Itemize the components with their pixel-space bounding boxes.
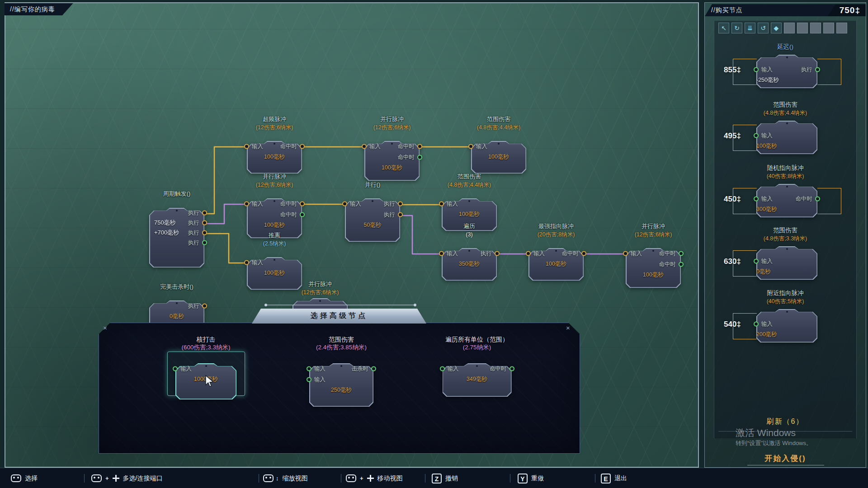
input-port[interactable] (754, 133, 759, 138)
shop-title: //购买节点 (711, 6, 743, 14)
wire-bracket (817, 59, 841, 85)
input-port[interactable] (244, 202, 249, 206)
modal-title: 选择高级节点 (252, 309, 426, 324)
dpad-move-icon (367, 475, 374, 482)
hotkey-zoom-view: ↕ 缩放视图 (263, 468, 308, 488)
filter-slot-icon[interactable] (823, 23, 834, 33)
input-port[interactable] (307, 377, 311, 382)
plus-icon: + (360, 475, 363, 482)
node-title: 周期触发() (147, 190, 206, 198)
advanced-card-iterate-all-units[interactable]: 遍历所有单位（范围） (2.75纳米) 输入命中时 349毫秒 (440, 335, 514, 397)
filter-refresh-icon[interactable]: ↻ (731, 23, 742, 33)
node-parallel-pulse-2[interactable]: 并行脉冲 (12伤害;6纳米) 输入命中时 命中时 100毫秒 (241, 173, 308, 238)
on-hit-port[interactable] (417, 144, 422, 149)
node-strongest-directed-pulse[interactable]: 最强指向脉冲 (20伤害;8纳米) 输入命中时 100毫秒 (522, 222, 590, 281)
input-port[interactable] (754, 259, 759, 264)
modal-deco-line (266, 305, 415, 305)
filter-slot-icon[interactable] (797, 23, 808, 33)
virus-editor-screen: 周期触发() 执行 750毫秒执行 +700毫秒执行 执行 超频脉冲 (12伤害… (0, 0, 868, 488)
on-hit-port-empty[interactable] (679, 251, 684, 256)
input-port[interactable] (526, 251, 531, 256)
input-port[interactable] (439, 251, 444, 256)
exec-port[interactable] (815, 67, 820, 72)
up-down-arrow-icon: ↕ (276, 475, 279, 482)
filter-slot-icon[interactable] (810, 23, 821, 33)
node-parallel-pulse-1[interactable]: 并行脉冲 (12伤害;6纳米) 输入命中时 命中时 100毫秒 (358, 115, 426, 181)
node-periodic-trigger[interactable]: 周期触发() 执行 750毫秒执行 +700毫秒执行 执行 (147, 190, 206, 267)
advanced-card-nuclear-strike[interactable]: 核打击 (600伤害;3.3纳米) 输入 1000毫秒 (171, 335, 241, 399)
filter-undo-icon[interactable]: ↺ (758, 23, 769, 33)
input-port[interactable] (307, 366, 311, 371)
shop-panel: //购买节点 750‡ ↖ ↻ ⇊ ↺ ◆ 延迟() 855‡ 输入执行 -25… (704, 2, 866, 468)
exec-port[interactable] (398, 212, 403, 217)
key-y: Y (518, 474, 528, 483)
shop-item-delay[interactable]: 延迟() 855‡ 输入执行 -250毫秒 (705, 43, 866, 106)
on-hit-port[interactable] (509, 366, 514, 371)
plus-icon: + (105, 475, 109, 482)
node-iterate[interactable]: 遍历 (3) 输入执行 350毫秒 (435, 222, 503, 281)
filter-pointer-icon[interactable]: ↖ (718, 23, 729, 33)
exec-port[interactable] (202, 221, 207, 225)
shop-item-area-damage-1[interactable]: 范围伤害(4.8伤害;4.4纳米) 495‡ 输入 100毫秒 (705, 101, 866, 164)
modal-corner-x-right: × (566, 324, 570, 331)
exec-port[interactable] (495, 251, 500, 256)
hotkey-select: 选择 (11, 468, 38, 488)
node-area-damage-1[interactable]: 范围伤害 (4.8伤害;4.4纳米) 输入 100毫秒 (464, 115, 533, 174)
gamepad-icon (263, 474, 274, 482)
input-port[interactable] (342, 202, 347, 206)
on-hit-port[interactable] (300, 144, 305, 149)
on-kill-port[interactable] (371, 366, 376, 371)
exec-port-empty[interactable] (202, 240, 207, 245)
shop-item-random-directed-pulse[interactable]: 随机指向脉冲(40伤害;8纳米) 450‡ 输入命中时 300毫秒 (705, 164, 866, 227)
filter-slot-icon[interactable] (836, 23, 847, 33)
on-hit-port[interactable] (581, 251, 586, 256)
key-z: Z (432, 474, 442, 483)
trigger-interval: 750毫秒 (154, 219, 176, 227)
key-e: E (601, 474, 611, 483)
input-port[interactable] (173, 366, 178, 371)
input-port[interactable] (754, 197, 759, 202)
filter-diamond-icon[interactable]: ◆ (771, 23, 782, 33)
node-parallel[interactable]: 并行() 输入执行 执行 50毫秒 (338, 181, 407, 242)
exec-port[interactable] (202, 304, 207, 309)
on-hit-port-empty[interactable] (300, 212, 305, 217)
currency-balance: 750‡ (828, 4, 866, 16)
exec-port[interactable] (398, 202, 403, 206)
shop-item-area-damage-2[interactable]: 范围伤害(4.8伤害;3.3纳米) 630‡ 输入 0毫秒 (705, 226, 866, 290)
input-port[interactable] (623, 251, 628, 256)
on-hit-port[interactable] (815, 197, 820, 202)
input-port[interactable] (244, 260, 249, 265)
divider (510, 474, 510, 483)
divider (341, 474, 341, 483)
shop-filter-bar: ↖ ↻ ⇊ ↺ ◆ (718, 23, 847, 33)
advanced-card-area-damage[interactable]: 范围伤害 (2.4伤害;3.85纳米) 输入击杀时 输入 250毫秒 (306, 335, 377, 407)
on-hit-port-empty[interactable] (417, 155, 422, 160)
input-port[interactable] (468, 144, 473, 149)
dpad-move-icon (113, 475, 119, 482)
hotkey-multiselect-connect: + 多选/连接端口 (91, 468, 162, 488)
input-port[interactable] (244, 144, 249, 149)
input-port[interactable] (440, 366, 445, 371)
start-underline (747, 465, 824, 465)
filter-slot-icon[interactable] (784, 23, 795, 33)
wire-bracket (733, 250, 757, 277)
windows-activation-hint: 转到“设置”以激活 Windows。 (736, 439, 812, 447)
on-hit-port-empty[interactable] (679, 262, 684, 267)
refresh-button[interactable]: 刷新（6） (705, 417, 866, 427)
input-port[interactable] (362, 144, 367, 149)
exec-port[interactable] (202, 211, 207, 216)
start-invasion-button[interactable]: 开始入侵() (705, 453, 866, 464)
shop-item-nearby-directed-pulse[interactable]: 附近指向脉冲(40伤害;5纳米) 540‡ 输入 200毫秒 (705, 289, 866, 352)
on-hit-port[interactable] (300, 202, 305, 206)
hotkey-exit: E 退出 (601, 468, 627, 488)
node-parallel-pulse-3[interactable]: 并行脉冲 (12伤害;6纳米) 输入命中时 命中时 100毫秒 (619, 222, 688, 288)
input-port[interactable] (754, 322, 759, 327)
filter-double-down-icon[interactable]: ⇊ (745, 23, 755, 33)
modal-corner-x-left: × (103, 324, 107, 331)
gamepad-icon (346, 474, 356, 482)
input-port[interactable] (754, 67, 759, 72)
input-port[interactable] (439, 202, 444, 206)
node-overclock-pulse[interactable]: 超频脉冲 (12伤害;6纳米) 输入命中时 100毫秒 (241, 115, 308, 174)
hotkey-bar: 选择 + 多选/连接端口 ↕ 缩放视图 + 移动视图 Z 撤销 Y (0, 468, 868, 488)
exec-port[interactable] (202, 230, 207, 235)
